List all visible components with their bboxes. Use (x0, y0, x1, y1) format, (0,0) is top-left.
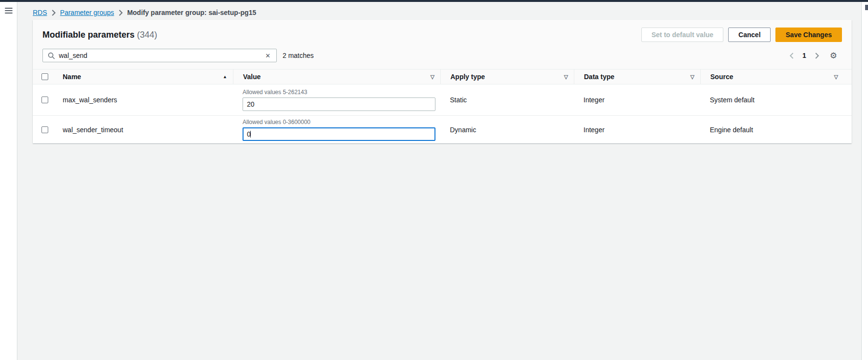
parameter-value-input[interactable] (243, 97, 435, 111)
tools-panel-icon (865, 5, 868, 10)
modifiable-parameters-card: Modifiable parameters (344) Set to defau… (33, 20, 852, 143)
search-icon (48, 52, 55, 59)
apply-type-cell: Dynamic (440, 126, 574, 134)
card-header: Modifiable parameters (344) Set to defau… (33, 20, 852, 69)
cancel-button[interactable]: Cancel (728, 28, 771, 42)
match-count-label: 2 matches (283, 52, 314, 59)
apply-type-cell: Static (440, 96, 574, 104)
main-content: RDS Parameter groups Modify parameter gr… (17, 2, 861, 360)
pagination: 1 ⚙ (789, 52, 837, 60)
next-page-icon[interactable] (815, 53, 819, 59)
filter-icon[interactable]: ▽ (564, 74, 568, 80)
breadcrumb-link-rds[interactable]: RDS (33, 9, 47, 16)
column-header-apply-type: Apply type ▽ (440, 69, 574, 84)
collapsed-tools-panel[interactable] (861, 2, 868, 360)
data-type-cell: Integer (574, 126, 700, 134)
hamburger-menu-icon[interactable] (5, 8, 13, 14)
filter-icon[interactable]: ▽ (431, 74, 434, 80)
breadcrumb-link-parameter-groups[interactable]: Parameter groups (60, 9, 114, 16)
header-actions: Set to default value Cancel Save Changes (641, 28, 842, 42)
parameter-value-input-focused[interactable] (243, 127, 435, 141)
top-nav-strip (0, 0, 868, 2)
table-row: max_wal_senders Allowed values 5-262143 … (33, 84, 852, 115)
row-checkbox[interactable] (41, 97, 48, 103)
column-header-name[interactable]: Name ▲ (53, 69, 233, 84)
column-header-data-type: Data type ▽ (574, 69, 700, 84)
page-title: Modifiable parameters (344) (42, 30, 157, 40)
filter-icon[interactable]: ▽ (834, 74, 838, 80)
breadcrumb: RDS Parameter groups Modify parameter gr… (33, 9, 861, 16)
allowed-values-hint: Allowed values 0-3600000 (243, 119, 431, 125)
column-header-source: Source ▽ (700, 69, 852, 84)
previous-page-icon[interactable] (789, 53, 794, 59)
breadcrumb-current: Modify parameter group: sai-setup-pg15 (127, 9, 257, 16)
page-number[interactable]: 1 (802, 52, 806, 59)
sort-ascending-icon[interactable]: ▲ (223, 74, 227, 79)
value-cell: Allowed values 5-262143 (233, 89, 440, 111)
select-all-cell (33, 69, 53, 84)
save-changes-button[interactable]: Save Changes (775, 28, 842, 42)
source-cell: System default (700, 96, 852, 104)
search-input[interactable] (59, 52, 264, 59)
text-cursor (250, 131, 251, 138)
source-cell: Engine default (700, 126, 852, 134)
chevron-right-icon (52, 10, 56, 16)
parameter-count: (344) (137, 30, 157, 40)
filter-icon[interactable]: ▽ (691, 74, 694, 80)
value-cell: Allowed values 0-3600000 (233, 119, 440, 141)
rds-console-screen: RDS Parameter groups Modify parameter gr… (0, 0, 868, 360)
column-header-value: Value ▽ (233, 69, 440, 84)
clear-search-icon[interactable]: ✕ (264, 52, 271, 60)
parameter-name: wal_sender_timeout (53, 126, 233, 134)
settings-gear-icon[interactable]: ⚙ (830, 52, 837, 60)
parameter-name: max_wal_senders (53, 96, 233, 104)
filter-search-box[interactable]: ✕ (42, 49, 277, 62)
data-type-cell: Integer (574, 96, 700, 104)
collapsed-sidebar (0, 2, 17, 360)
table-row: wal_sender_timeout Allowed values 0-3600… (33, 115, 852, 143)
select-all-checkbox[interactable] (41, 73, 48, 80)
set-to-default-button[interactable]: Set to default value (641, 28, 723, 42)
allowed-values-hint: Allowed values 5-262143 (243, 89, 431, 96)
table-toolbar: ✕ 2 matches 1 ⚙ (42, 49, 842, 62)
row-checkbox[interactable] (41, 126, 48, 133)
chevron-right-icon (119, 10, 123, 16)
table-header-row: Name ▲ Value ▽ Apply type ▽ Data type ▽ … (33, 69, 852, 84)
